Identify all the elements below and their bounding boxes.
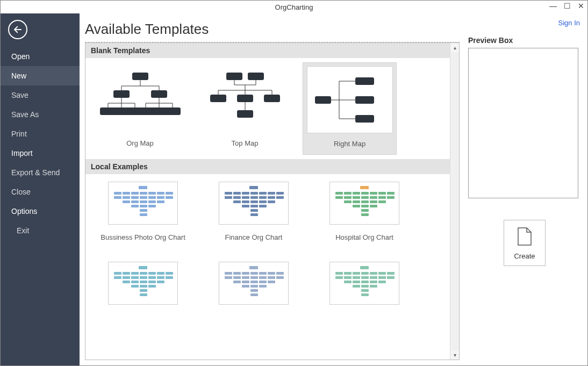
svg-rect-83 [242,196,249,199]
svg-rect-133 [131,276,139,279]
back-button[interactable] [8,20,27,39]
svg-rect-184 [361,276,369,279]
template-org-map[interactable]: Org Map [93,62,187,155]
titlebar: OrgCharting — ☐ ✕ [1,1,587,13]
svg-rect-145 [148,285,156,288]
svg-rect-114 [353,200,360,203]
svg-rect-161 [268,276,275,279]
svg-rect-143 [131,285,139,288]
svg-rect-149 [225,272,232,275]
maximize-button[interactable]: ☐ [563,2,571,10]
scroll-up-button[interactable]: ▴ [450,43,459,52]
example-label [318,310,411,317]
svg-rect-137 [166,276,173,279]
example-thumbnail [329,262,399,305]
svg-rect-103 [370,192,377,195]
svg-rect-195 [370,285,377,288]
svg-rect-148 [249,266,258,269]
svg-rect-162 [276,276,284,279]
sidebar-item-save[interactable]: Save [1,85,80,105]
svg-rect-138 [123,281,130,283]
example-thumbnail [108,262,178,305]
example-example-5[interactable] [314,259,414,320]
sidebar-item-save-as[interactable]: Save As [1,105,80,124]
preview-title: Preview Box [468,36,581,45]
example-label: Finance Org Chart [207,230,300,245]
svg-rect-108 [353,196,360,199]
example-example-3[interactable] [93,259,193,320]
svg-rect-165 [250,281,258,283]
svg-rect-106 [335,196,343,199]
svg-rect-102 [361,192,369,195]
sidebar-item-new[interactable]: New [1,66,80,85]
svg-rect-100 [344,192,352,195]
example-finance-org-chart[interactable]: Finance Org Chart [204,178,304,248]
svg-rect-97 [250,213,258,216]
svg-rect-78 [259,192,267,195]
scrollbar[interactable]: ▴ ▾ [450,43,459,360]
svg-rect-132 [123,276,130,279]
template-top-map[interactable]: Top Map [198,62,292,155]
close-window-button[interactable]: ✕ [577,2,585,10]
template-thumbnail [97,66,183,133]
svg-rect-63 [123,200,130,203]
svg-rect-151 [242,272,249,275]
svg-rect-152 [250,272,258,275]
sidebar-item-import[interactable]: Import [1,143,80,163]
svg-rect-6 [113,90,130,98]
svg-rect-71 [140,209,147,212]
svg-rect-157 [233,276,241,279]
svg-rect-159 [250,276,258,279]
svg-rect-146 [140,289,147,292]
svg-rect-38 [237,110,253,118]
svg-rect-188 [344,281,352,283]
svg-rect-158 [242,276,249,279]
create-button[interactable]: Create [504,220,546,266]
svg-rect-197 [361,293,369,296]
template-thumbnail [202,66,288,133]
svg-rect-57 [123,196,130,199]
sidebar-item-close[interactable]: Close [1,182,80,202]
sidebar-item-exit[interactable]: Exit [1,221,80,240]
svg-rect-129 [157,272,164,275]
svg-rect-172 [250,293,258,296]
example-bussiness-photo-org-chart[interactable]: Bussiness Photo Org Chart [93,178,193,248]
template-label: Top Map [201,136,289,150]
svg-rect-92 [268,200,275,203]
svg-rect-144 [140,285,147,288]
svg-rect-175 [344,272,352,275]
svg-rect-167 [268,281,275,283]
scroll-down-button[interactable]: ▾ [450,350,459,360]
svg-rect-139 [131,281,139,283]
svg-rect-180 [387,272,395,275]
sidebar-item-open[interactable]: Open [1,47,80,66]
svg-rect-101 [353,192,360,195]
svg-rect-91 [259,200,267,203]
svg-rect-51 [131,192,139,195]
svg-rect-88 [233,200,241,203]
svg-rect-46 [355,96,374,104]
sidebar-item-print[interactable]: Print [1,124,80,143]
svg-rect-191 [370,281,377,283]
sidebar-item-export-send[interactable]: Export & Send [1,163,80,182]
svg-rect-45 [355,77,374,85]
svg-rect-179 [378,272,386,275]
template-right-map[interactable]: Right Map [303,62,397,155]
svg-rect-7 [151,90,167,98]
svg-rect-82 [233,196,241,199]
minimize-button[interactable]: — [549,2,557,10]
svg-rect-166 [259,281,267,283]
svg-rect-113 [344,200,352,203]
svg-rect-52 [140,192,147,195]
sidebar-item-options[interactable]: Options [1,202,80,221]
svg-rect-156 [225,276,232,279]
app-title: OrgCharting [275,3,313,11]
example-hospital-org-chart[interactable]: Hospital Org Chart [314,178,414,248]
sign-in-link[interactable]: Sign In [558,19,580,27]
svg-rect-25 [248,73,264,80]
svg-rect-115 [361,200,369,203]
svg-rect-187 [387,276,395,279]
example-example-4[interactable] [204,259,304,320]
svg-rect-86 [268,196,275,199]
svg-rect-59 [140,196,147,199]
